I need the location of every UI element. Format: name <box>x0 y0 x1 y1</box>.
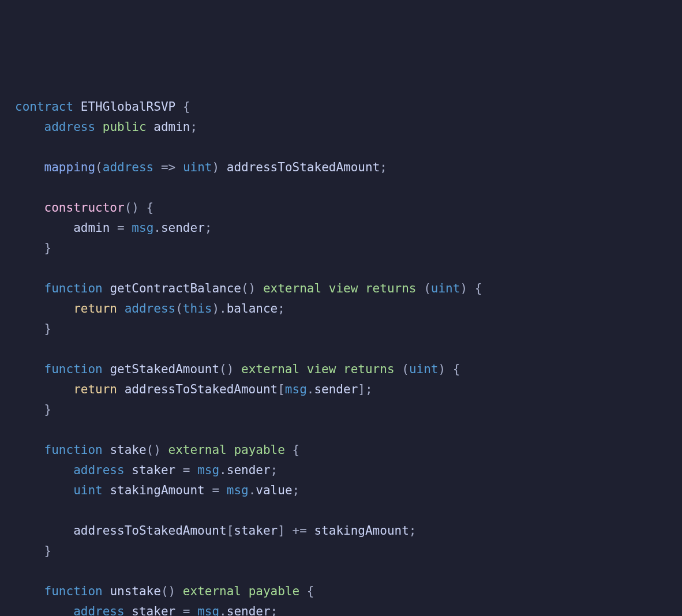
modifier-external: external <box>241 362 299 376</box>
code-line: function getContractBalance() external v… <box>15 281 482 295</box>
var-staker: staker <box>234 524 278 538</box>
blank-line <box>15 423 23 437</box>
type-address: address <box>125 302 176 315</box>
code-line: contract ETHGlobalRSVP { <box>15 100 190 114</box>
brace-open: { <box>183 100 190 114</box>
keyword-mapping: mapping <box>44 160 96 174</box>
type-uint: uint <box>431 281 460 295</box>
prop-value: value <box>256 483 292 497</box>
keyword-function: function <box>44 584 103 598</box>
code-line: mapping(address => uint) addressToStaked… <box>15 160 387 174</box>
type-address: address <box>44 120 96 134</box>
code-line: function unstake() external payable { <box>15 584 314 598</box>
var-mapping: addressToStakedAmount <box>73 524 227 538</box>
code-line: function getStakedAmount() external view… <box>15 362 460 376</box>
var-staker: staker <box>132 604 175 616</box>
modifier-payable: payable <box>234 443 285 457</box>
code-line: addressToStakedAmount[staker] += staking… <box>15 524 416 538</box>
keyword-msg: msg <box>285 382 307 396</box>
keyword-function: function <box>44 281 103 295</box>
modifier-external: external <box>183 584 241 598</box>
prop-sender: sender <box>161 221 205 235</box>
keyword-return: return <box>73 302 117 315</box>
keyword-returns: returns <box>365 281 417 295</box>
keyword-return: return <box>73 382 117 396</box>
code-line: } <box>15 544 51 558</box>
var-staker: staker <box>132 463 175 477</box>
brace-close: } <box>44 544 52 558</box>
modifier-view: view <box>307 362 336 376</box>
code-line: admin = msg.sender; <box>15 221 212 235</box>
code-editor[interactable]: contract ETHGlobalRSVP { address public … <box>15 97 682 616</box>
blank-line <box>15 564 23 578</box>
keyword-msg: msg <box>197 463 219 477</box>
code-line: uint stakingAmount = msg.value; <box>15 483 299 497</box>
blank-line <box>15 181 23 194</box>
code-line: } <box>15 241 51 255</box>
keyword-function: function <box>44 362 103 376</box>
contract-name: ETHGlobalRSVP <box>81 100 175 114</box>
blank-line <box>15 504 23 517</box>
code-line: return addressToStakedAmount[msg.sender]… <box>15 382 373 396</box>
brace-close: } <box>44 322 52 336</box>
function-name: getContractBalance <box>110 281 241 295</box>
plus-assign-op: += <box>293 524 307 538</box>
blank-line <box>15 261 23 275</box>
keyword-msg: msg <box>227 483 249 497</box>
code-line: } <box>15 403 51 416</box>
brace-close: } <box>44 241 52 255</box>
type-address: address <box>73 463 125 477</box>
arrow-op: => <box>161 160 175 174</box>
keyword-msg: msg <box>132 221 153 235</box>
prop-sender: sender <box>314 382 358 396</box>
code-line: function stake() external payable { <box>15 443 299 457</box>
modifier-public: public <box>103 120 147 134</box>
prop-balance: balance <box>227 302 278 315</box>
code-line: return address(this).balance; <box>15 302 285 315</box>
prop-sender: sender <box>227 604 271 616</box>
type-uint: uint <box>183 160 212 174</box>
type-address: address <box>103 160 154 174</box>
keyword-returns: returns <box>343 362 395 376</box>
var-mapping: addressToStakedAmount <box>227 160 380 174</box>
var-admin: admin <box>73 221 110 235</box>
keyword-this: this <box>183 302 212 315</box>
keyword-constructor: constructor <box>44 201 125 215</box>
blank-line <box>15 140 23 154</box>
blank-line <box>15 342 23 356</box>
keyword-contract: contract <box>15 100 73 114</box>
code-line: constructor() { <box>15 201 153 215</box>
code-line: address staker = msg.sender; <box>15 604 278 616</box>
modifier-payable: payable <box>249 584 300 598</box>
type-address: address <box>73 604 125 616</box>
function-name: unstake <box>110 584 161 598</box>
brace-close: } <box>44 403 52 416</box>
var-stakingAmount: stakingAmount <box>314 524 409 538</box>
keyword-function: function <box>44 443 103 457</box>
var-stakingAmount: stakingAmount <box>110 483 204 497</box>
code-line: } <box>15 322 51 336</box>
type-uint: uint <box>409 362 439 376</box>
modifier-view: view <box>329 281 358 295</box>
keyword-msg: msg <box>197 604 219 616</box>
code-line: address staker = msg.sender; <box>15 463 278 477</box>
modifier-external: external <box>263 281 321 295</box>
function-name: stake <box>110 443 146 457</box>
code-line: address public admin; <box>15 120 197 134</box>
type-uint: uint <box>73 483 103 497</box>
var-admin: admin <box>153 120 190 134</box>
modifier-external: external <box>168 443 227 457</box>
function-name: getStakedAmount <box>110 362 219 376</box>
var-mapping: addressToStakedAmount <box>125 382 278 396</box>
prop-sender: sender <box>227 463 271 477</box>
